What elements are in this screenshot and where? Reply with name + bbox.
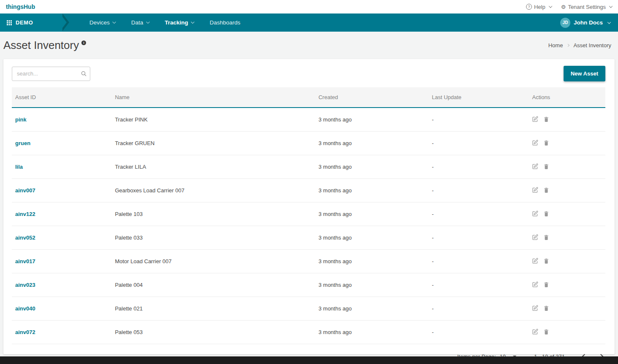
asset-id-link[interactable]: pink xyxy=(15,116,27,123)
table-row: gruenTracker GRUEN3 months ago- xyxy=(12,132,605,155)
delete-icon[interactable] xyxy=(543,329,549,335)
created-cell: 3 months ago xyxy=(315,297,429,321)
asset-id-link[interactable]: gruen xyxy=(15,140,30,146)
last-update-cell: - xyxy=(429,155,529,179)
help-icon: ? xyxy=(526,4,532,10)
asset-id-link[interactable]: ainv007 xyxy=(15,187,35,194)
edit-icon[interactable] xyxy=(532,210,538,217)
tenant-tab-arrow xyxy=(62,13,72,32)
chevron-down-icon xyxy=(548,4,552,8)
tenant-tab[interactable]: DEMO xyxy=(0,13,62,32)
table-row: pinkTracker PINK3 months ago- xyxy=(12,108,605,132)
edit-icon[interactable] xyxy=(532,163,538,170)
search-box xyxy=(12,67,90,81)
delete-icon[interactable] xyxy=(543,281,549,288)
delete-icon[interactable] xyxy=(543,140,549,146)
main-navbar: DEMO Devices Data Tracking Dashboards JD… xyxy=(0,13,618,32)
asset-table-wrap: Asset ID Name Created Last Update Action… xyxy=(3,87,615,344)
breadcrumb-separator-icon xyxy=(567,44,569,47)
created-cell: 3 months ago xyxy=(315,179,429,202)
created-cell: 3 months ago xyxy=(315,273,429,297)
delete-icon[interactable] xyxy=(543,187,549,193)
asset-id-link[interactable]: ainv072 xyxy=(15,329,35,335)
created-cell: 3 months ago xyxy=(315,155,429,179)
asset-id-link[interactable]: ainv040 xyxy=(15,305,35,312)
last-update-cell: - xyxy=(429,226,529,250)
created-cell: 3 months ago xyxy=(315,108,429,132)
edit-icon[interactable] xyxy=(532,187,538,193)
last-update-cell: - xyxy=(429,202,529,226)
table-row: ainv072Palette 0533 months ago- xyxy=(12,321,605,344)
column-header-name: Name xyxy=(111,87,315,108)
page-head: Asset Inventory i Home Asset Inventory xyxy=(0,32,618,59)
asset-name-cell: Tracker GRUEN xyxy=(111,132,315,155)
page-title: Asset Inventory i xyxy=(3,39,86,52)
table-header-row: Asset ID Name Created Last Update Action… xyxy=(12,87,605,108)
created-cell: 3 months ago xyxy=(315,250,429,273)
tenant-settings-label: Tenant Settings xyxy=(568,4,606,10)
delete-icon[interactable] xyxy=(543,163,549,170)
bottom-footer xyxy=(0,356,618,364)
asset-id-link[interactable]: ainv017 xyxy=(15,258,35,264)
delete-icon[interactable] xyxy=(543,258,549,264)
last-update-cell: - xyxy=(429,250,529,273)
table-row: ainv052Palette 0333 months ago- xyxy=(12,226,605,250)
last-update-cell: - xyxy=(429,132,529,155)
created-cell: 3 months ago xyxy=(315,202,429,226)
table-row: ainv007Gearboxes Load Carrier 0073 month… xyxy=(12,179,605,202)
nav-item-tracking[interactable]: Tracking xyxy=(165,19,194,26)
asset-name-cell: Motor Load Carrier 007 xyxy=(111,250,315,273)
edit-icon[interactable] xyxy=(532,140,538,146)
edit-icon[interactable] xyxy=(532,329,538,335)
last-update-cell: - xyxy=(429,321,529,344)
asset-name-cell: Palette 021 xyxy=(111,297,315,321)
created-cell: 3 months ago xyxy=(315,132,429,155)
table-row: lilaTracker LILA3 months ago- xyxy=(12,155,605,179)
asset-id-link[interactable]: ainv122 xyxy=(15,211,35,217)
created-cell: 3 months ago xyxy=(315,226,429,250)
last-update-cell: - xyxy=(429,273,529,297)
nav-item-label: Devices xyxy=(89,19,110,26)
nav-item-dashboards[interactable]: Dashboards xyxy=(210,19,240,26)
last-update-cell: - xyxy=(429,297,529,321)
edit-icon[interactable] xyxy=(532,234,538,240)
edit-icon[interactable] xyxy=(532,281,538,288)
asset-name-cell: Palette 053 xyxy=(111,321,315,344)
grid-icon xyxy=(7,20,12,25)
asset-id-link[interactable]: ainv052 xyxy=(15,235,35,241)
table-row: ainv040Palette 0213 months ago- xyxy=(12,297,605,321)
asset-id-link[interactable]: lila xyxy=(15,164,23,170)
nav-item-devices[interactable]: Devices xyxy=(89,19,115,26)
chevron-down-icon xyxy=(146,20,149,23)
edit-icon[interactable] xyxy=(532,258,538,264)
column-header-last-update: Last Update xyxy=(429,87,529,108)
chevron-down-icon xyxy=(609,4,613,8)
nav-item-data[interactable]: Data xyxy=(131,19,149,26)
page-title-text: Asset Inventory xyxy=(3,39,79,52)
edit-icon[interactable] xyxy=(532,116,538,122)
topbar-right: ? Help ⚙ Tenant Settings xyxy=(526,4,612,10)
topbar: thingsHub ? Help ⚙ Tenant Settings xyxy=(0,0,618,13)
user-menu[interactable]: JD John Docs xyxy=(560,13,618,32)
search-input[interactable] xyxy=(12,67,90,81)
table-row: ainv023Palette 0043 months ago- xyxy=(12,273,605,297)
help-menu[interactable]: ? Help xyxy=(526,4,552,10)
breadcrumb-current: Asset Inventory xyxy=(573,42,611,49)
delete-icon[interactable] xyxy=(543,305,549,311)
info-icon[interactable]: i xyxy=(81,40,86,45)
edit-icon[interactable] xyxy=(532,305,538,311)
asset-name-cell: Palette 103 xyxy=(111,202,315,226)
new-asset-button[interactable]: New Asset xyxy=(564,66,605,81)
chevron-down-icon xyxy=(607,20,611,24)
tenant-settings-menu[interactable]: ⚙ Tenant Settings xyxy=(561,4,612,10)
user-name: John Docs xyxy=(574,19,603,26)
asset-id-link[interactable]: ainv023 xyxy=(15,282,35,288)
column-header-asset-id: Asset ID xyxy=(12,87,111,108)
delete-icon[interactable] xyxy=(543,210,549,217)
delete-icon[interactable] xyxy=(543,234,549,240)
breadcrumb-home[interactable]: Home xyxy=(548,42,563,49)
tenant-tab-label: DEMO xyxy=(16,19,33,26)
app-logo: thingsHub xyxy=(6,3,35,10)
delete-icon[interactable] xyxy=(543,116,549,122)
help-label: Help xyxy=(534,4,545,10)
